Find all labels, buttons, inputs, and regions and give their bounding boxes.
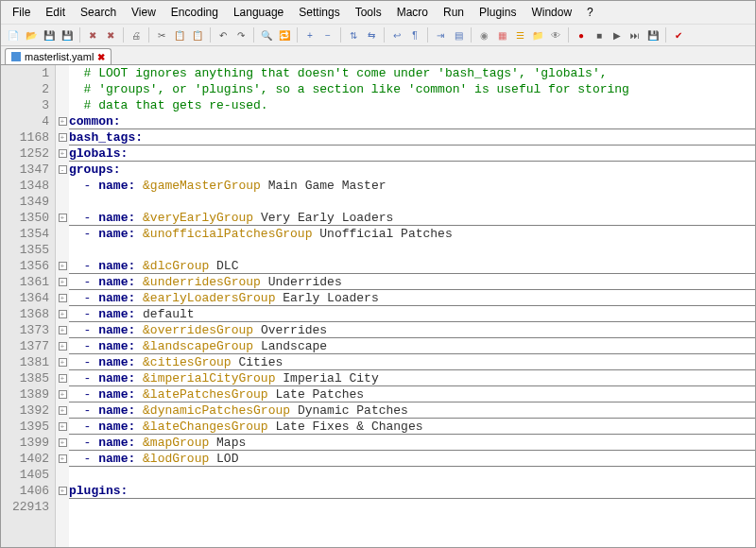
menubar: FileEditSearchViewEncodingLanguageSettin… — [1, 1, 755, 25]
menu-macro[interactable]: Macro — [389, 3, 436, 22]
menu-plugins[interactable]: Plugins — [472, 3, 524, 22]
fold-toggle[interactable]: + — [59, 310, 67, 318]
open-file-icon[interactable]: 📂 — [23, 26, 40, 43]
menu-file[interactable]: File — [5, 3, 38, 22]
toolbar-separator — [665, 27, 666, 43]
toolbar: 📄📂💾💾✖✖🖨✂📋📋↶↷🔍🔁+−⇅⇆↩¶⇥▤◉▦☰📁👁●■▶⏭💾✔ — [1, 25, 755, 46]
menu-search[interactable]: Search — [73, 3, 124, 22]
fold-toggle[interactable]: + — [59, 262, 67, 270]
line-number-gutter: 1234116812521347134813491350135413551356… — [1, 65, 56, 547]
toolbar-separator — [471, 27, 472, 43]
sync-h-icon[interactable]: ⇆ — [363, 26, 380, 43]
zoom-out-icon[interactable]: − — [319, 26, 336, 43]
fold-toggle[interactable]: + — [59, 390, 67, 399]
save-macro-icon[interactable]: 💾 — [644, 26, 662, 43]
code-content[interactable]: # LOOT ignores anything that doesn't com… — [69, 65, 755, 547]
fold-toggle[interactable]: + — [59, 374, 67, 383]
fold-toggle[interactable]: + — [59, 326, 67, 334]
doc-map-icon[interactable]: ▦ — [493, 26, 510, 43]
undo-icon[interactable]: ↶ — [215, 26, 232, 43]
menu-language[interactable]: Language — [226, 3, 291, 22]
fold-toggle[interactable]: + — [59, 133, 67, 142]
menu-edit[interactable]: Edit — [38, 3, 73, 22]
menu-run[interactable]: Run — [436, 3, 472, 22]
toolbar-separator — [340, 27, 341, 43]
play-multi-icon[interactable]: ⏭ — [627, 26, 644, 43]
fold-toggle[interactable]: + — [59, 358, 67, 367]
all-chars-icon[interactable]: ¶ — [406, 26, 423, 43]
toolbar-separator — [148, 27, 149, 43]
replace-icon[interactable]: 🔁 — [276, 26, 293, 43]
copy-icon[interactable]: 📋 — [171, 26, 188, 43]
toolbar-separator — [427, 27, 428, 43]
func-list-icon[interactable]: ☰ — [511, 26, 528, 43]
tab-masterlist[interactable]: masterlist.yaml ✖ — [5, 48, 112, 64]
fold-toggle[interactable]: - — [59, 165, 67, 174]
menu-tools[interactable]: Tools — [348, 3, 389, 22]
toolbar-separator — [568, 27, 569, 43]
lang-icon[interactable]: ◉ — [475, 26, 492, 43]
fold-toggle[interactable]: + — [59, 422, 67, 431]
close-icon[interactable]: ✖ — [84, 26, 101, 43]
monitor-icon[interactable]: 👁 — [547, 26, 564, 43]
close-all-icon[interactable]: ✖ — [102, 26, 119, 43]
toolbar-separator — [384, 27, 385, 43]
folder-icon[interactable]: 📁 — [529, 26, 546, 43]
fold-toggle[interactable]: + — [59, 406, 67, 415]
cut-icon[interactable]: ✂ — [153, 26, 170, 43]
redo-icon[interactable]: ↷ — [232, 26, 249, 43]
fold-toggle[interactable]: + — [59, 117, 67, 126]
new-file-icon[interactable]: 📄 — [5, 26, 22, 43]
record-icon[interactable]: ● — [573, 26, 590, 43]
wrap-icon[interactable]: ↩ — [388, 26, 405, 43]
menu-?[interactable]: ? — [579, 3, 601, 22]
guide-icon[interactable]: ▤ — [450, 26, 467, 43]
file-icon — [11, 52, 21, 61]
find-icon[interactable]: 🔍 — [258, 26, 275, 43]
play-icon[interactable]: ▶ — [609, 26, 626, 43]
fold-toggle[interactable]: + — [59, 149, 67, 158]
fold-toggle[interactable]: + — [59, 438, 67, 447]
tabbar: masterlist.yaml ✖ — [1, 46, 755, 65]
menu-view[interactable]: View — [124, 3, 163, 22]
toolbar-separator — [79, 27, 80, 43]
zoom-in-icon[interactable]: + — [301, 26, 318, 43]
indent-icon[interactable]: ⇥ — [432, 26, 449, 43]
toolbar-separator — [297, 27, 298, 43]
paste-icon[interactable]: 📋 — [189, 26, 206, 43]
tab-label: masterlist.yaml — [25, 51, 94, 62]
fold-column[interactable]: +++- + +++++++++++++ + — [56, 65, 69, 547]
code-editor[interactable]: 1234116812521347134813491350135413551356… — [1, 65, 755, 547]
save-icon[interactable]: 💾 — [41, 26, 58, 43]
fold-toggle[interactable]: + — [59, 342, 67, 351]
toolbar-separator — [253, 27, 254, 43]
print-icon[interactable]: 🖨 — [128, 26, 145, 43]
stop-icon[interactable]: ■ — [591, 26, 608, 43]
fold-toggle[interactable]: + — [59, 487, 67, 495]
sync-v-icon[interactable]: ⇅ — [345, 26, 362, 43]
menu-settings[interactable]: Settings — [291, 3, 347, 22]
toolbar-separator — [210, 27, 211, 43]
tab-close-icon[interactable]: ✖ — [97, 52, 105, 62]
toolbar-separator — [123, 27, 124, 43]
fold-toggle[interactable]: + — [59, 278, 67, 286]
spell-icon[interactable]: ✔ — [670, 26, 687, 43]
save-all-icon[interactable]: 💾 — [59, 26, 76, 43]
fold-toggle[interactable]: + — [59, 294, 67, 302]
menu-encoding[interactable]: Encoding — [163, 3, 226, 22]
menu-window[interactable]: Window — [524, 3, 579, 22]
fold-toggle[interactable]: + — [59, 214, 67, 222]
fold-toggle[interactable]: + — [59, 454, 67, 463]
